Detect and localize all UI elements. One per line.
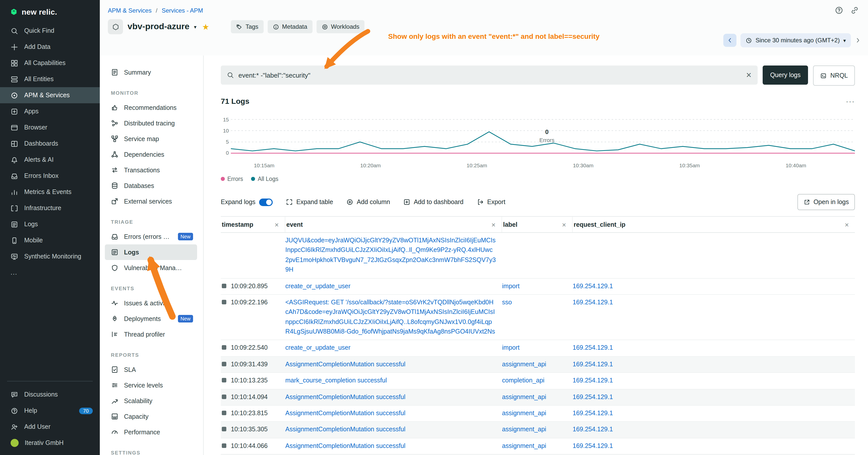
column-header-request-client-ip[interactable]: request_client_ip× (572, 217, 855, 232)
ip-link[interactable]: 169.254.129.1 (572, 340, 855, 356)
remove-column-icon[interactable]: × (492, 221, 496, 228)
table-row[interactable]: 10:10:23.815 AssignmentCompletionMutatio… (221, 405, 855, 422)
breadcrumb-services-apm[interactable]: Services - APM (161, 7, 203, 14)
ip-link[interactable]: 169.254.129.1 (572, 405, 855, 422)
link-icon[interactable] (850, 6, 859, 14)
sidebar-item-synthetic-monitoring[interactable]: Synthetic Monitoring (0, 249, 100, 264)
sidebar-item-mobile[interactable]: Mobile (0, 232, 100, 249)
sidebar-item-alerts-ai[interactable]: Alerts & AI (0, 152, 100, 168)
ip-link[interactable] (572, 233, 855, 239)
favorite-star-icon[interactable]: ★ (202, 22, 210, 32)
ip-link[interactable]: 169.254.129.1 (572, 438, 855, 454)
chart-plot-area[interactable]: 0 Errors (231, 115, 855, 161)
subnav-item-thread-profiler[interactable]: Thread profiler (105, 326, 197, 342)
event-link[interactable]: AssignmentCompletionMutation successful (285, 389, 502, 405)
subnav-item-service-map[interactable]: Service map (105, 131, 197, 147)
log-query-input[interactable]: event:* -"label":"security" × (221, 65, 757, 85)
expand-logs-toggle[interactable]: Expand logs (221, 198, 273, 206)
open-in-logs-button[interactable]: Open in logs (798, 194, 855, 210)
entity-chevron-down-icon[interactable]: ▾ (194, 24, 196, 30)
table-row[interactable]: 10:10:13.235 mark_course_completion succ… (221, 373, 855, 389)
subnav-item-errors-inbox[interactable]: Errors (errors inb...New (105, 229, 197, 245)
sidebar-item-dashboards[interactable]: Dashboards (0, 135, 100, 152)
subnav-item-databases[interactable]: Databases (105, 178, 197, 194)
event-link[interactable]: create_or_update_user (285, 279, 502, 294)
remove-column-icon[interactable]: × (275, 221, 279, 228)
newrelic-logo[interactable]: new relic. (0, 0, 100, 23)
label-link[interactable]: import (502, 279, 572, 294)
table-row[interactable]: 10:09:22.540 create_or_update_user impor… (221, 340, 855, 357)
table-row[interactable]: JUQVU&code=eyJraWQiOiJjcGltY29yZV8wOTl1M… (221, 233, 855, 279)
tags-button[interactable]: Tags (231, 20, 264, 33)
label-link[interactable]: assignment_api (502, 405, 572, 422)
event-link[interactable]: AssignmentCompletionMutation successful (285, 405, 502, 422)
subnav-item-sla[interactable]: SLA (105, 362, 197, 378)
subnav-item-capacity[interactable]: Capacity (105, 409, 197, 424)
label-link[interactable]: assignment_api (502, 357, 572, 372)
chart-menu-icon[interactable]: ··· (846, 97, 855, 105)
sidebar-item-more[interactable]: ... (0, 264, 100, 281)
ip-link[interactable]: 169.254.129.1 (572, 373, 855, 389)
subnav-item-external-services[interactable]: External services (105, 194, 197, 209)
column-header-event[interactable]: event× (285, 217, 502, 232)
subnav-item-scalability[interactable]: Scalability (105, 393, 197, 409)
remove-column-icon[interactable]: × (845, 221, 849, 228)
metadata-button[interactable]: Metadata (268, 20, 312, 33)
label-link[interactable] (502, 233, 572, 239)
table-row[interactable]: 10:10:44.066 AssignmentCompletionMutatio… (221, 438, 855, 455)
subnav-item-performance[interactable]: Performance (105, 424, 197, 440)
table-row[interactable]: 10:09:22.196 <ASGIRequest: GET '/sso/cal… (221, 295, 855, 340)
ip-link[interactable]: 169.254.129.1 (572, 295, 855, 311)
event-link[interactable]: create_or_update_user (285, 340, 502, 356)
sidebar-item-account[interactable]: Iterativ GmbH (0, 435, 100, 451)
subnav-item-recommendations[interactable]: Recommendations (105, 100, 197, 116)
subnav-item-service-levels[interactable]: Service levels (105, 378, 197, 393)
sidebar-item-errors-inbox[interactable]: Errors Inbox (0, 168, 100, 184)
subnav-item-vulnerability-management[interactable]: Vulnerability Management (105, 260, 197, 275)
sidebar-item-infrastructure[interactable]: Infrastructure (0, 200, 100, 216)
expand-table-button[interactable]: Expand table (286, 198, 333, 205)
ip-link[interactable]: 169.254.129.1 (572, 422, 855, 438)
time-forward-button[interactable] (855, 37, 861, 43)
time-picker-button[interactable]: Since 30 minutes ago (GMT+2) ▾ (741, 33, 851, 47)
export-button[interactable]: Export (476, 198, 505, 205)
sidebar-item-apm-services[interactable]: APM & Services (0, 87, 100, 103)
label-link[interactable]: import (502, 340, 572, 356)
label-link[interactable]: sso (502, 295, 572, 311)
sidebar-item-discussions[interactable]: Discussions (0, 387, 100, 402)
event-link[interactable]: <ASGIRequest: GET '/sso/callback/?state=… (285, 295, 502, 340)
subnav-item-logs[interactable]: Logs (105, 245, 197, 260)
add-column-button[interactable]: Add column (346, 198, 390, 205)
event-link[interactable]: AssignmentCompletionMutation successful (285, 422, 502, 438)
table-row[interactable]: 10:09:31.439 AssignmentCompletionMutatio… (221, 357, 855, 373)
legend-errors[interactable]: Errors (221, 176, 243, 182)
legend-all-logs[interactable]: All Logs (251, 176, 279, 182)
subnav-item-dependencies[interactable]: Dependencies (105, 147, 197, 162)
remove-column-icon[interactable]: × (562, 221, 566, 228)
table-row[interactable]: 10:10:14.094 AssignmentCompletionMutatio… (221, 389, 855, 405)
column-header-timestamp[interactable]: timestamp× (221, 217, 285, 232)
ip-link[interactable]: 169.254.129.1 (572, 357, 855, 372)
table-row[interactable]: 10:10:35.305 AssignmentCompletionMutatio… (221, 422, 855, 438)
sidebar-item-all-capabilities[interactable]: All Capabilities (0, 55, 100, 71)
nrql-button[interactable]: NRQL (813, 65, 855, 86)
column-header-label[interactable]: label× (502, 217, 572, 232)
table-row[interactable]: 10:09:20.895 create_or_update_user impor… (221, 279, 855, 295)
sidebar-item-browser[interactable]: Browser (0, 120, 100, 135)
sidebar-item-add-user[interactable]: Add User (0, 419, 100, 435)
sidebar-item-apps[interactable]: Apps (0, 103, 100, 120)
label-link[interactable]: completion_api (502, 373, 572, 389)
sidebar-item-metrics-events[interactable]: Metrics & Events (0, 184, 100, 200)
toggle-on-icon[interactable] (259, 198, 273, 206)
subnav-item-summary[interactable]: Summary (105, 65, 197, 80)
label-link[interactable]: assignment_api (502, 422, 572, 438)
query-logs-button[interactable]: Query logs (763, 65, 808, 85)
clear-query-icon[interactable]: × (746, 70, 751, 79)
subnav-item-distributed-tracing[interactable]: Distributed tracing (105, 116, 197, 131)
sidebar-item-help[interactable]: Help70 (0, 402, 100, 419)
breadcrumb-apm-services[interactable]: APM & Services (108, 7, 152, 14)
subnav-item-transactions[interactable]: Transactions (105, 162, 197, 178)
subnav-item-deployments[interactable]: DeploymentsNew (105, 311, 197, 326)
help-circle-icon[interactable] (835, 6, 843, 14)
event-link[interactable]: AssignmentCompletionMutation successful (285, 438, 502, 454)
